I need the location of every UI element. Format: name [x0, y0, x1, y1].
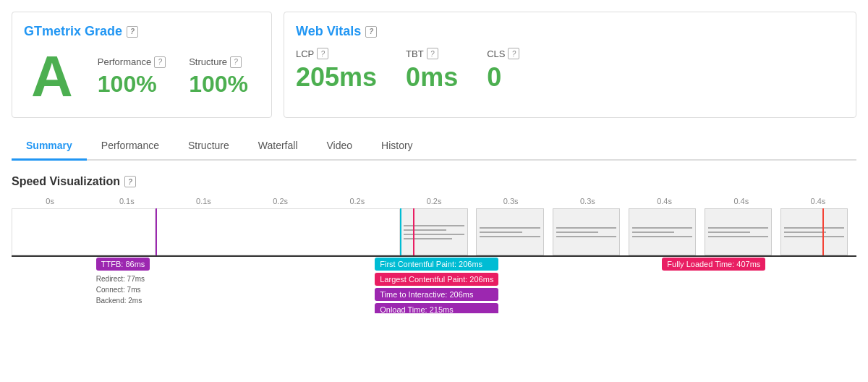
tbt-value: 0ms: [406, 62, 458, 93]
speed-viz-title: Speed Visualization ?: [12, 175, 856, 188]
structure-help-icon[interactable]: ?: [230, 56, 242, 68]
tick-10: 0.4s: [780, 197, 856, 205]
fcp-label: First Contentful Paint: 206ms: [375, 258, 498, 271]
performance-value: 100%: [98, 71, 166, 98]
tti-label: Time to Interactive: 206ms: [375, 288, 498, 301]
structure-metric: Structure ? 100%: [189, 56, 248, 98]
cls-value: 0: [487, 62, 519, 93]
lcp-value: 205ms: [296, 62, 377, 93]
fully-loaded-label-group: Fully Loaded Time: 407ms: [662, 258, 765, 271]
tick-4: 0.2s: [319, 197, 396, 205]
segment-empty-1: [12, 208, 156, 255]
thumb-2: [476, 208, 543, 255]
tick-1: 0.1s: [88, 197, 165, 205]
vitals-card: Web Vitals ? LCP ? 205ms TBT ? 0ms CLS: [284, 12, 856, 118]
thumb-4: [629, 208, 696, 255]
grade-title: GTmetrix Grade ?: [24, 24, 248, 39]
tab-history[interactable]: History: [367, 132, 427, 161]
speed-visualization-section: Speed Visualization ? 0s 0.1s 0.1s 0.2s …: [12, 175, 856, 313]
tab-video[interactable]: Video: [312, 132, 367, 161]
fully-loaded-marker: [822, 208, 824, 255]
tab-waterfall[interactable]: Waterfall: [244, 132, 312, 161]
vitals-title: Web Vitals ?: [296, 24, 844, 39]
thumb-1: [400, 208, 467, 255]
tab-structure[interactable]: Structure: [174, 132, 244, 161]
timeline-ruler: 0s 0.1s 0.1s 0.2s 0.2s 0.2s 0.3s 0.3s 0.…: [12, 197, 856, 205]
tick-8: 0.4s: [626, 197, 703, 205]
fully-loaded-label: Fully Loaded Time: 407ms: [662, 258, 765, 271]
performance-help-icon[interactable]: ?: [154, 56, 166, 68]
lcp-help-icon[interactable]: ?: [317, 48, 328, 59]
fcp-label-group: First Contentful Paint: 206ms Largest Co…: [375, 258, 498, 313]
structure-value: 100%: [189, 71, 248, 98]
tab-summary[interactable]: Summary: [12, 132, 87, 161]
vitals-help-icon[interactable]: ?: [365, 26, 377, 38]
tbt-metric: TBT ? 0ms: [406, 48, 458, 93]
ttfb-marker: [156, 208, 157, 255]
grade-letter: A: [24, 48, 80, 106]
cls-metric: CLS ? 0: [487, 48, 519, 93]
tbt-help-icon[interactable]: ?: [427, 48, 438, 59]
thumb-3: [553, 208, 620, 255]
tick-7: 0.3s: [549, 197, 626, 205]
ttfb-label: TTFB: 86ms: [96, 258, 150, 271]
tick-3: 0.2s: [242, 197, 319, 205]
lcp-marker: [413, 208, 414, 255]
performance-metric: Performance ? 100%: [98, 56, 166, 98]
viz-container: 0s 0.1s 0.1s 0.2s 0.2s 0.2s 0.3s 0.3s 0.…: [12, 197, 856, 313]
tabs-bar: Summary Performance Structure Waterfall …: [12, 132, 856, 161]
segment-empty-2: [156, 208, 401, 255]
lcp-metric: LCP ? 205ms: [296, 48, 377, 93]
tick-5: 0.2s: [396, 197, 472, 205]
tab-performance[interactable]: Performance: [87, 132, 174, 161]
ttfb-subinfo: Redirect: 77ms Connect: 7ms Backend: 2ms: [96, 273, 150, 306]
thumb-5: [705, 208, 772, 255]
speed-viz-help-icon[interactable]: ?: [124, 176, 136, 187]
grade-card: GTmetrix Grade ? A Performance ? 100%: [12, 12, 272, 118]
ttfb-label-group: TTFB: 86ms Redirect: 77ms Connect: 7ms B…: [96, 258, 150, 306]
timeline-base-line: [12, 255, 856, 257]
tick-0: 0s: [12, 197, 88, 205]
lcp-label: Largest Contentful Paint: 206ms: [375, 273, 498, 286]
cls-help-icon[interactable]: ?: [508, 48, 519, 59]
grade-help-icon[interactable]: ?: [127, 26, 138, 38]
tick-2: 0.1s: [165, 197, 242, 205]
tick-9: 0.4s: [703, 197, 780, 205]
fcp-marker: [400, 208, 401, 255]
thumb-6: [780, 208, 848, 255]
tick-6: 0.3s: [472, 197, 549, 205]
onload-label: Onload Time: 215ms: [375, 303, 498, 313]
